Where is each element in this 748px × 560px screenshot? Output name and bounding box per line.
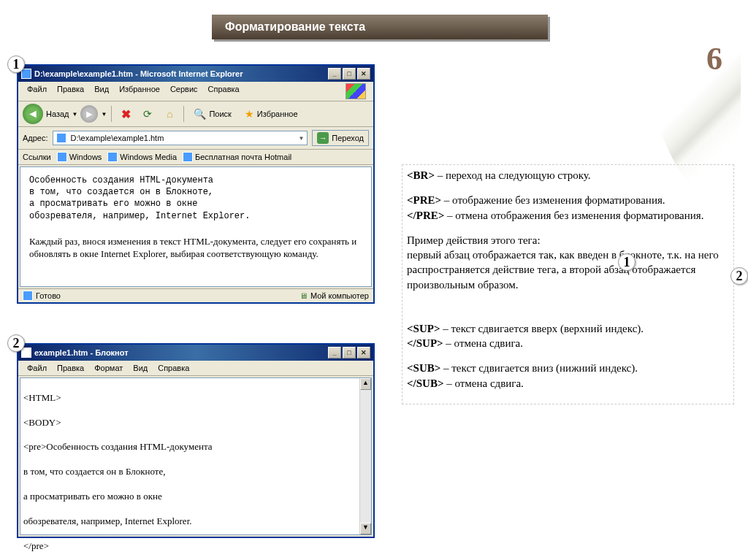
minimize-button[interactable]: _: [328, 347, 341, 358]
address-dropdown-icon[interactable]: ▼: [298, 135, 304, 142]
scroll-down-icon[interactable]: ▼: [360, 523, 371, 534]
ie-window: D:\example\example1.htm - Microsoft Inte…: [17, 64, 375, 304]
home-icon: ⌂: [167, 108, 172, 120]
links-label[interactable]: Ссылки: [23, 153, 51, 161]
ie-statusbar: Готово 🖥Мой компьютер: [18, 288, 373, 302]
refresh-button[interactable]: ⟳: [138, 104, 157, 123]
callout-1: 1: [7, 55, 25, 73]
back-dropdown-icon[interactable]: ▼: [72, 111, 78, 118]
star-icon: ★: [245, 108, 254, 120]
address-input-wrap[interactable]: ▼: [53, 131, 308, 145]
menu-edit[interactable]: Правка: [53, 362, 88, 374]
toolbar-separator: [111, 106, 112, 122]
forward-button[interactable]: ►: [80, 105, 98, 123]
windows-logo-icon: [346, 83, 366, 99]
status-ready: Готово: [36, 291, 61, 300]
np-line: в том, что создается он в Блокноте,: [23, 466, 368, 478]
menu-view[interactable]: Вид: [129, 362, 152, 374]
tag-pre-open: <PRE>: [407, 194, 441, 206]
home-button[interactable]: ⌂: [160, 104, 179, 123]
menu-format[interactable]: Формат: [90, 362, 127, 374]
link-icon: [183, 152, 193, 162]
address-input[interactable]: [69, 133, 296, 143]
close-button[interactable]: ✕: [357, 347, 370, 358]
favorites-label: Избранное: [257, 110, 298, 118]
address-label: Адрес:: [23, 134, 48, 142]
maximize-button[interactable]: □: [343, 347, 356, 358]
menu-favorites[interactable]: Избранное: [115, 83, 164, 99]
example-body: первый абзац отображается так, как введе…: [407, 249, 719, 291]
close-button[interactable]: ✕: [357, 68, 370, 80]
page-number: 6: [706, 40, 722, 77]
ie-addressbar: Адрес: ▼ → Переход: [18, 127, 373, 150]
menu-help[interactable]: Справка: [204, 83, 244, 99]
desc-sup-close: – отмена сдвига.: [443, 337, 523, 349]
link-hotmail[interactable]: Бесплатная почта Hotmail: [183, 152, 291, 162]
stop-icon: ✖: [121, 107, 131, 121]
callout-inline-1: 1: [618, 253, 636, 271]
np-line: <pre>Особенность создания HTML-документа: [23, 441, 368, 453]
menu-tools[interactable]: Сервис: [166, 83, 202, 99]
ie-menubar: Файл Правка Вид Избранное Сервис Справка: [18, 82, 373, 101]
go-button[interactable]: → Переход: [312, 130, 369, 146]
desc-pre-open: – отображение без изменения форматирован…: [441, 194, 665, 206]
maximize-button[interactable]: □: [343, 68, 356, 80]
menu-file[interactable]: Файл: [23, 362, 51, 374]
ie-content-area: Особенность создания HTML-документа в то…: [20, 166, 372, 287]
menu-help[interactable]: Справка: [153, 362, 194, 374]
status-zone: Мой компьютер: [310, 291, 369, 300]
go-arrow-icon: →: [317, 132, 329, 144]
tag-sup-open: <SUP>: [407, 323, 440, 334]
desc-br: – переход на следующую строку.: [435, 169, 591, 181]
back-button[interactable]: ◄: [23, 104, 43, 124]
notepad-window: example1.htm - Блокнот _ □ ✕ Файл Правка…: [17, 343, 375, 538]
ie-links-bar: Ссылки Windows Windows Media Бесплатная …: [18, 150, 373, 165]
notepad-app-icon: [21, 348, 31, 358]
explanation-panel: <BR> – переход на следующую строку. <PRE…: [402, 164, 734, 404]
back-label[interactable]: Назад: [46, 110, 69, 118]
refresh-icon: ⟳: [143, 108, 152, 120]
scroll-track[interactable]: [360, 390, 371, 523]
callout-2: 2: [7, 334, 25, 352]
ie-title-text: D:\example\example1.htm - Microsoft Inte…: [34, 69, 243, 78]
link-windows-media[interactable]: Windows Media: [107, 152, 177, 162]
tag-sub-open: <SUB>: [407, 362, 440, 374]
desc-sub-open: – текст сдвигается вниз (нижний индекс).: [440, 362, 638, 374]
np-line: </pre>: [23, 540, 368, 553]
ie-titlebar[interactable]: D:\example\example1.htm - Microsoft Inte…: [18, 66, 373, 82]
favorites-button[interactable]: ★Избранное: [240, 104, 303, 123]
search-button[interactable]: 🔍Поиск: [188, 104, 236, 123]
np-line: <HTML>: [23, 392, 368, 404]
link-windows-label: Windows: [69, 153, 102, 161]
link-windows[interactable]: Windows: [57, 152, 102, 162]
tag-sup-close: </SUP>: [407, 337, 443, 349]
menu-edit[interactable]: Правка: [53, 83, 88, 99]
scroll-up-icon[interactable]: ▲: [360, 378, 371, 390]
page-icon: [56, 133, 66, 143]
ie-app-icon: [21, 69, 31, 79]
menu-file[interactable]: Файл: [23, 83, 51, 99]
notepad-titlebar[interactable]: example1.htm - Блокнот _ □ ✕: [18, 345, 373, 361]
example-label: Пример действия этого тега:: [407, 234, 541, 246]
tag-pre-close: </PRE>: [407, 210, 444, 221]
toolbar-separator: [183, 106, 184, 122]
desc-sup-open: – текст сдвигается вверх (верхний индекс…: [440, 323, 644, 334]
link-hotmail-label: Бесплатная почта Hotmail: [195, 153, 291, 161]
np-line: <BODY>: [23, 417, 368, 429]
link-icon: [107, 152, 118, 162]
content-pre-block: Особенность создания HTML-документа в то…: [29, 174, 362, 222]
stop-button[interactable]: ✖: [116, 104, 135, 123]
fwd-dropdown-icon[interactable]: ▼: [101, 111, 107, 118]
notepad-scrollbar[interactable]: ▲ ▼: [359, 378, 371, 534]
zone-icon: 🖥: [299, 291, 308, 300]
notepad-text-area[interactable]: <HTML> <BODY> <pre>Особенность создания …: [20, 377, 372, 535]
desc-sub-close: – отмена сдвига.: [443, 377, 523, 389]
tag-br: <BR>: [407, 169, 435, 181]
minimize-button[interactable]: _: [328, 68, 341, 80]
slide-title: Форматирование текста: [225, 20, 365, 34]
slide-title-banner: Форматирование текста: [212, 15, 548, 39]
go-label: Переход: [332, 134, 364, 142]
link-icon: [57, 152, 67, 162]
menu-view[interactable]: Вид: [90, 83, 113, 99]
notepad-title-text: example1.htm - Блокнот: [34, 348, 129, 357]
